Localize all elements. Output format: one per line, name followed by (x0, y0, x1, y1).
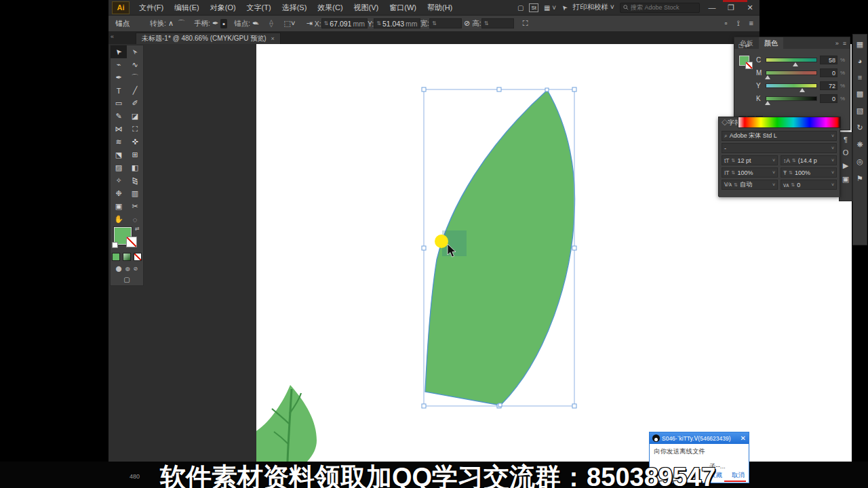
gradient-panel-icon[interactable]: ▩ (856, 89, 863, 98)
slider-value-field[interactable]: 72 (820, 81, 837, 90)
qq-popup-header[interactable]: S046-`kiTTy.Ⅴ(546623439) ✕ (650, 432, 749, 444)
menu-item-0[interactable]: 文件(F) (134, 0, 169, 16)
slider-track[interactable] (766, 83, 817, 88)
appearance-panel-icon[interactable]: ❋ (856, 140, 863, 149)
slider-thumb[interactable] (793, 62, 798, 66)
x-field[interactable]: ⇅67.091mm (321, 18, 368, 28)
menu-item-8[interactable]: 帮助(H) (422, 0, 458, 16)
menu-item-2[interactable]: 对象(O) (205, 0, 241, 16)
shaper-tool[interactable]: ✎ (111, 110, 127, 123)
stroke-panel-icon[interactable]: ◎ (856, 157, 863, 166)
perspective-grid-tool[interactable]: ⊞ (127, 148, 143, 161)
font-family-select[interactable]: ⌕ Adobe 宋体 Std L ˅ (722, 131, 837, 141)
puppet-warp-tool[interactable]: ✜ (127, 136, 143, 148)
zoom-tool[interactable]: ◌ (127, 213, 143, 226)
color-themes-panel-icon[interactable]: ◕ (858, 57, 863, 65)
select-similar-icon[interactable]: ⬚˅ (282, 18, 298, 28)
selection-tool[interactable]: ➤ (111, 45, 127, 58)
layers-panel-icon[interactable]: ≡ (858, 73, 862, 81)
slider-track[interactable] (766, 58, 817, 62)
glyphs-panel-icon[interactable]: ▣ (842, 175, 849, 184)
properties-icon[interactable]: ⟟ (734, 18, 741, 28)
drawing-mode-icon-2[interactable]: ⊘ (134, 266, 138, 272)
y-field[interactable]: ⇅51.043mm (374, 18, 420, 28)
slider-track[interactable] (766, 70, 817, 75)
direct-selection-tool[interactable]: ➢ (127, 45, 143, 58)
slider-thumb[interactable] (800, 88, 805, 92)
tracking-field[interactable]: ᴠᴀ⇅ 0˅ (781, 180, 837, 190)
stock-badge-icon[interactable]: St (529, 3, 538, 12)
symbols-panel-icon[interactable]: ↻ (856, 123, 863, 132)
paintbrush-tool[interactable]: ✐ (127, 97, 143, 110)
slider-value-field[interactable]: 0 (820, 68, 837, 77)
pen-tool[interactable]: ✒ (111, 71, 127, 84)
gradient-tool[interactable]: ◧ (127, 161, 143, 174)
share-icon[interactable]: ➤ (559, 3, 569, 12)
panel-dock-icon[interactable]: ▫ (723, 18, 730, 28)
collapse-panel-icon[interactable]: » (835, 40, 839, 47)
remove-anchor-icon[interactable]: ✒̶ (250, 18, 260, 28)
type-tool[interactable]: T (111, 84, 127, 97)
stroke-color-swatch[interactable] (126, 237, 137, 247)
menu-item-1[interactable]: 编辑(E) (169, 0, 205, 16)
menu-item-3[interactable]: 文字(T) (241, 0, 277, 16)
height-field[interactable]: ⇅ (481, 18, 514, 28)
transform-icon[interactable]: ⛶ (521, 18, 530, 28)
panel-menu-icon[interactable]: ≡ (843, 40, 846, 47)
tab-close-icon[interactable]: × (271, 35, 275, 42)
width-field[interactable]: ⇅ (429, 18, 462, 28)
menu-item-5[interactable]: 效果(C) (312, 0, 348, 16)
tab-overflow-icon[interactable]: « (111, 33, 114, 40)
slider-value-field[interactable]: 58 (820, 56, 837, 64)
minimize-button[interactable]: — (705, 3, 719, 12)
line-segment-tool[interactable]: ╱ (127, 84, 143, 97)
drawing-mode-icon-1[interactable]: ◍ (125, 266, 130, 272)
workspace-switcher[interactable]: 打印和校样 ˅ (572, 3, 614, 12)
free-transform-tool[interactable]: ⛶ (127, 123, 143, 136)
isolate-selection-icon[interactable]: ⟠ (267, 18, 275, 28)
menu-item-7[interactable]: 窗口(W) (384, 0, 422, 16)
tab-color[interactable]: 颜色 (759, 37, 783, 49)
magic-wand-tool[interactable]: ⌁ (111, 58, 127, 71)
control-menu-icon[interactable]: ≡ (747, 18, 755, 28)
paint-gradient-button[interactable] (123, 253, 131, 261)
eyedropper-tool[interactable]: ✧ (111, 174, 127, 187)
slice-tool[interactable]: ✂ (127, 200, 143, 213)
search-input[interactable]: 搜索 Adobe Stock (620, 3, 700, 13)
convert-to-corner-icon[interactable]: ∧ (166, 18, 176, 28)
color-spectrum-ramp[interactable] (738, 117, 841, 128)
vertical-scale-field[interactable]: IT⇅ 100%˅ (722, 167, 778, 178)
play-panel-icon[interactable]: ▶ (843, 161, 848, 170)
qq-cancel-link[interactable]: 取消 (732, 471, 745, 480)
mesh-tool[interactable]: ▨ (111, 161, 127, 174)
paint-color-button[interactable] (112, 253, 120, 261)
default-colors-icon[interactable] (112, 242, 118, 248)
slider-thumb[interactable] (765, 75, 770, 79)
lasso-tool[interactable]: ∿ (127, 58, 143, 71)
show-handles-icon[interactable]: ✒ (210, 18, 220, 28)
shape-builder-tool[interactable]: ⬔ (111, 148, 127, 161)
artboards-panel-icon[interactable]: ▦ (856, 40, 863, 49)
hide-handles-icon[interactable]: ▪ (220, 19, 227, 28)
artboard-tool[interactable]: ▣ (111, 200, 127, 213)
document-tab[interactable]: 未标题-1* @ 480.66% (CMYK/GPU 预览) × (136, 33, 281, 44)
leading-field[interactable]: ↕A⇅ (14.4 p˅ (781, 155, 837, 165)
link-dimensions-icon[interactable]: ⊘ (462, 18, 472, 28)
curvature-tool[interactable]: ⌒ (127, 71, 143, 84)
symbol-sprayer-tool[interactable]: ≋ (111, 136, 127, 148)
maximize-button[interactable]: ❐ (724, 3, 738, 12)
menu-item-4[interactable]: 选择(S) (277, 0, 313, 16)
sync-status-icon[interactable]: ▢ (517, 4, 524, 12)
horizontal-scale-field[interactable]: Ŧ⇅ 100%˅ (781, 167, 837, 178)
image-trace-panel-icon[interactable]: ▧ (856, 106, 863, 115)
font-size-field[interactable]: tT⇅ 12 pt˅ (722, 155, 778, 165)
symbol-tool[interactable]: ❉ (111, 187, 127, 200)
menu-item-6[interactable]: 视图(V) (349, 0, 384, 16)
close-button[interactable]: ✕ (743, 3, 757, 12)
qq-close-icon[interactable]: ✕ (741, 434, 746, 442)
width-tool[interactable]: ⋈ (111, 123, 127, 136)
blend-tool[interactable]: ⧎ (127, 174, 143, 187)
slider-track[interactable] (766, 96, 817, 101)
font-style-select[interactable]: - ˅ (722, 143, 837, 153)
column-graph-tool[interactable]: ▥ (127, 187, 143, 200)
